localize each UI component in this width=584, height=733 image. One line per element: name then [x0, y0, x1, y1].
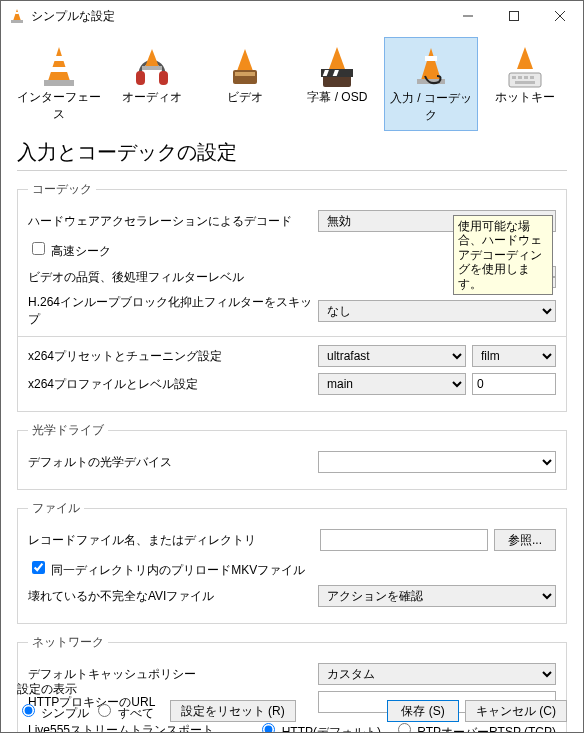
x264level-input[interactable]	[472, 373, 556, 395]
svg-marker-18	[329, 47, 345, 69]
svg-rect-21	[315, 70, 319, 76]
minimize-button[interactable]	[445, 1, 491, 31]
svg-rect-29	[512, 76, 516, 79]
x264preset-select[interactable]: ultrafast	[318, 345, 466, 367]
x264profile-select[interactable]: main	[318, 373, 466, 395]
tab-interface[interactable]: インターフェース	[13, 37, 106, 131]
svg-rect-25	[425, 56, 437, 61]
tab-subtitle[interactable]: 字幕 / OSD	[291, 37, 384, 131]
svg-rect-1	[15, 12, 19, 14]
svg-marker-0	[13, 9, 21, 21]
svg-rect-10	[44, 80, 74, 86]
cancel-button[interactable]: キャンセル (C)	[465, 700, 567, 722]
divider	[17, 170, 567, 171]
tab-input-codec[interactable]: 入力 / コーデック	[384, 37, 479, 131]
window-title: シンプルな設定	[31, 8, 445, 25]
cone-gears-icon	[385, 42, 478, 90]
hwdecode-label: ハードウェアアクセラレーションによるデコード	[28, 213, 318, 230]
svg-rect-14	[142, 66, 162, 70]
film-icon	[198, 41, 291, 89]
h264-label: H.264インループブロック化抑止フィルターをスキップ	[28, 294, 318, 328]
cache-label: デフォルトキャッシュポリシー	[28, 666, 318, 683]
svg-rect-8	[53, 56, 65, 61]
tab-video[interactable]: ビデオ	[198, 37, 291, 131]
tab-audio[interactable]: オーディオ	[106, 37, 199, 131]
svg-rect-4	[510, 12, 519, 21]
category-tabs: インターフェース オーディオ ビデオ 字幕 / OSD 入力 / コーデック ホ…	[13, 37, 571, 131]
keyboard-icon	[478, 41, 571, 89]
svg-rect-30	[518, 76, 522, 79]
svg-rect-2	[11, 20, 23, 23]
svg-rect-9	[51, 67, 67, 72]
divider	[18, 336, 566, 337]
cone-icon	[13, 41, 106, 89]
display-label: 設定の表示	[17, 681, 77, 698]
optical-legend: 光学ドライブ	[28, 422, 108, 439]
x264profile-label: x264プロファイルとレベル設定	[28, 376, 318, 393]
codec-legend: コーデック	[28, 181, 96, 198]
svg-rect-28	[509, 73, 541, 87]
browse-button[interactable]: 参照...	[494, 529, 556, 551]
x264preset-label: x264プリセットとチューニング設定	[28, 348, 318, 365]
bottom-bar: 設定の表示 シンプル すべて 設定をリセット (R) 保存 (S) キャンセル …	[1, 692, 583, 732]
cache-select[interactable]: カスタム	[318, 663, 556, 685]
close-button[interactable]	[537, 1, 583, 31]
optical-select[interactable]	[318, 451, 556, 473]
damaged-select[interactable]: アクションを確認	[318, 585, 556, 607]
x264tune-select[interactable]: film	[472, 345, 556, 367]
title-bar: シンプルな設定	[1, 1, 583, 31]
h264-select[interactable]: なし	[318, 300, 556, 322]
file-group: ファイル レコードファイル名、またはディレクトリ 参照... 同一ディレクトリ内…	[17, 500, 567, 624]
optical-label: デフォルトの光学デバイス	[28, 454, 318, 471]
svg-rect-33	[515, 81, 535, 84]
svg-rect-17	[235, 72, 255, 76]
svg-rect-31	[524, 76, 528, 79]
damaged-label: 壊れているか不完全なAVIファイル	[28, 588, 318, 605]
svg-marker-27	[517, 47, 533, 69]
svg-marker-13	[145, 49, 159, 67]
simple-radio[interactable]: シンプル	[17, 701, 89, 722]
optical-group: 光学ドライブ デフォルトの光学デバイス	[17, 422, 567, 490]
tooltip: 使用可能な場合、ハードウェアデコーディングを使用します。	[453, 215, 553, 295]
quality-label: ビデオの品質、後処理フィルターレベル	[28, 269, 492, 286]
save-button[interactable]: 保存 (S)	[387, 700, 459, 722]
tab-hotkey[interactable]: ホットキー	[478, 37, 571, 131]
preload-checkbox[interactable]: 同一ディレクトリ内のプリロードMKVファイル	[28, 558, 305, 579]
svg-marker-7	[48, 47, 70, 81]
fastseek-checkbox[interactable]: 高速シーク	[28, 239, 111, 260]
svg-rect-12	[159, 71, 168, 85]
headphones-icon	[106, 41, 199, 89]
network-legend: ネットワーク	[28, 634, 108, 651]
file-legend: ファイル	[28, 500, 84, 517]
maximize-button[interactable]	[491, 1, 537, 31]
svg-marker-15	[237, 49, 253, 71]
record-input[interactable]	[320, 529, 488, 551]
all-radio[interactable]: すべて	[93, 701, 153, 722]
record-label: レコードファイル名、またはディレクトリ	[28, 532, 320, 549]
svg-rect-11	[136, 71, 145, 85]
page-title: 入力とコーデックの設定	[17, 139, 567, 166]
svg-rect-32	[530, 76, 534, 79]
clapper-icon	[291, 41, 384, 89]
reset-button[interactable]: 設定をリセット (R)	[170, 700, 296, 722]
app-icon	[9, 8, 25, 24]
